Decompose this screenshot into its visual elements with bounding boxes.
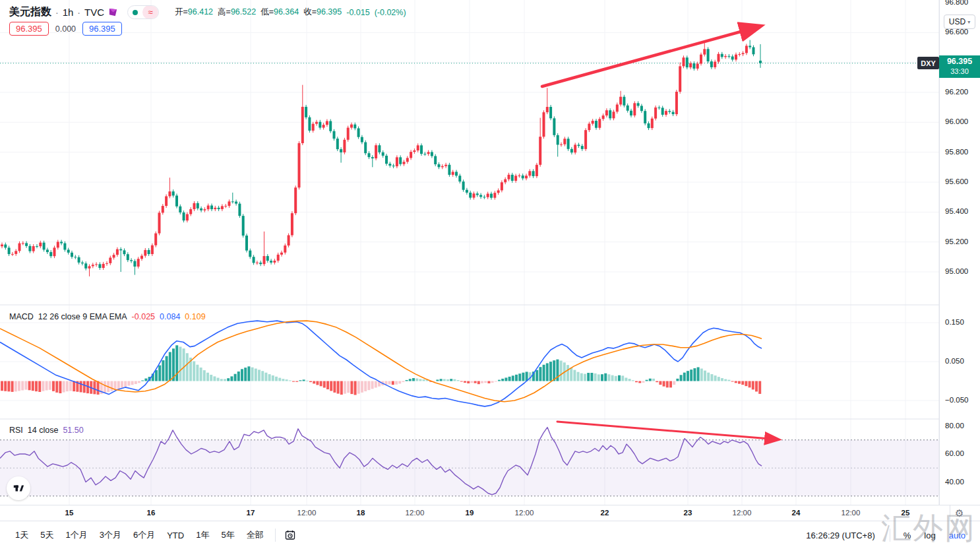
axis-label: 96.800	[945, 0, 968, 6]
time-label: 24	[781, 509, 811, 517]
tradingview-logo-icon	[13, 482, 24, 494]
range-button-5天[interactable]: 5天	[34, 526, 59, 544]
time-label: 12:00	[836, 509, 865, 517]
time-label: 19	[455, 509, 484, 517]
symbol-price-tag: DXY	[917, 57, 939, 69]
axis-label: 95.400	[945, 207, 968, 215]
rsi-params: 14 close	[28, 426, 59, 435]
time-label: 12:00	[727, 509, 756, 517]
time-label: 17	[236, 509, 265, 517]
open-value: 96.412	[188, 7, 213, 16]
auto-scale-button[interactable]: auto	[944, 528, 971, 543]
calendar-clock-icon	[285, 530, 295, 540]
high-value: 96.522	[231, 7, 256, 16]
session-clock[interactable]: 16:26:29 (UTC+8)	[806, 531, 874, 540]
last-price-badge: 96.395 33:30	[939, 55, 980, 78]
time-label: 25	[891, 509, 920, 517]
axis-label: 96.000	[945, 117, 968, 125]
badge-price: 96.395	[947, 57, 972, 67]
range-button-3个月[interactable]: 3个月	[94, 526, 127, 544]
range-button-全部[interactable]: 全部	[241, 526, 270, 544]
toolbar-divider	[275, 529, 276, 542]
time-label: 12:00	[400, 509, 429, 517]
axis-label: 40.00	[945, 478, 964, 486]
axis-label: 95.000	[945, 267, 968, 275]
chevron-down-icon: ▾	[967, 19, 970, 25]
range-button-1天[interactable]: 1天	[9, 526, 34, 544]
close-value: 96.395	[317, 7, 342, 16]
range-button-5年[interactable]: 5年	[215, 526, 240, 544]
time-scale[interactable]: ⚙ 15161712:001812:001912:00222312:002412…	[0, 505, 980, 521]
axis-label: 80.00	[945, 422, 964, 430]
range-button-1个月[interactable]: 1个月	[59, 526, 93, 544]
ohlc-readout: 开=96.412 高=96.522 低=96.364 收=96.395 -0.0…	[175, 7, 406, 18]
axis-label: 95.600	[945, 178, 968, 185]
currency-dropdown[interactable]: USD▾	[944, 15, 975, 29]
range-button-6个月[interactable]: 6个月	[127, 526, 161, 544]
symbol-name[interactable]: 美元指数	[9, 5, 51, 19]
rsi-name: RSI	[9, 426, 23, 435]
time-label: 22	[590, 509, 619, 517]
axis-label: −0.050	[945, 396, 969, 404]
buy-price-button[interactable]: 96.395	[82, 22, 122, 36]
interval-label[interactable]: 1h	[63, 7, 74, 18]
market-open-dot-icon	[133, 10, 138, 15]
market-status-pill[interactable]: ≈	[127, 5, 159, 19]
date-range-calendar-button[interactable]	[281, 528, 299, 542]
low-value: 96.364	[274, 7, 299, 16]
macd-hist-value: -0.025	[132, 312, 155, 321]
toolbar-divider	[890, 529, 890, 542]
badge-countdown: 33:30	[950, 67, 969, 77]
range-button-YTD[interactable]: YTD	[161, 527, 190, 544]
axis-label: 95.800	[945, 148, 968, 156]
axis-label: 96.200	[945, 88, 968, 96]
spread-value: 0.000	[55, 24, 76, 34]
axis-label: 60.00	[945, 449, 964, 457]
bottom-toolbar: 1天5天1个月3个月6个月YTD1年5年全部 16:26:29 (UTC+8) …	[0, 521, 980, 549]
macd-signal-value: 0.109	[185, 312, 205, 321]
time-label: 12:00	[510, 509, 539, 517]
time-label: 12:00	[292, 509, 321, 517]
range-buttons: 1天5天1个月3个月6个月YTD1年5年全部	[9, 526, 270, 544]
tradingview-logo[interactable]	[7, 476, 30, 500]
time-label: 18	[346, 509, 375, 517]
time-label: 15	[55, 509, 84, 517]
percent-scale-button[interactable]: %	[898, 528, 917, 543]
quote-row: 96.395 0.000 96.395	[9, 22, 122, 36]
symbol-header: 美元指数 · 1h · TVC ≈ 开=96.412 高=96.522 低=96…	[9, 5, 406, 19]
axis-label: 0.050	[945, 357, 964, 365]
rsi-value: 51.50	[63, 426, 83, 435]
trading-chart-app: 美元指数 · 1h · TVC ≈ 开=96.412 高=96.522 低=96…	[0, 0, 980, 549]
time-label: 23	[673, 509, 702, 517]
log-scale-button[interactable]: log	[919, 528, 940, 543]
rsi-header[interactable]: RSI 14 close 51.50	[9, 426, 84, 435]
exchange-logo-icon	[108, 7, 118, 17]
exchange-label: TVC	[84, 7, 104, 18]
macd-params: 12 26 close 9 EMA EMA	[38, 312, 127, 321]
time-label: 16	[137, 509, 166, 517]
axis-label: 0.150	[945, 318, 964, 326]
axis-label: 96.600	[945, 28, 968, 36]
chart-canvas[interactable]	[0, 0, 980, 521]
gear-icon[interactable]: ⚙	[955, 507, 964, 519]
range-button-1年[interactable]: 1年	[190, 526, 215, 544]
change-value: -0.015	[346, 8, 369, 17]
separator-dot: ·	[77, 7, 80, 18]
macd-header[interactable]: MACD 12 26 close 9 EMA EMA -0.025 0.084 …	[9, 312, 206, 321]
separator-dot: ·	[55, 7, 59, 18]
macd-name: MACD	[9, 312, 34, 321]
sell-price-button[interactable]: 96.395	[9, 22, 49, 36]
change-percent: (-0.02%)	[375, 8, 406, 17]
macd-line-value: 0.084	[160, 312, 180, 321]
delayed-data-icon: ≈	[142, 5, 158, 19]
axis-label: 95.200	[945, 238, 968, 245]
